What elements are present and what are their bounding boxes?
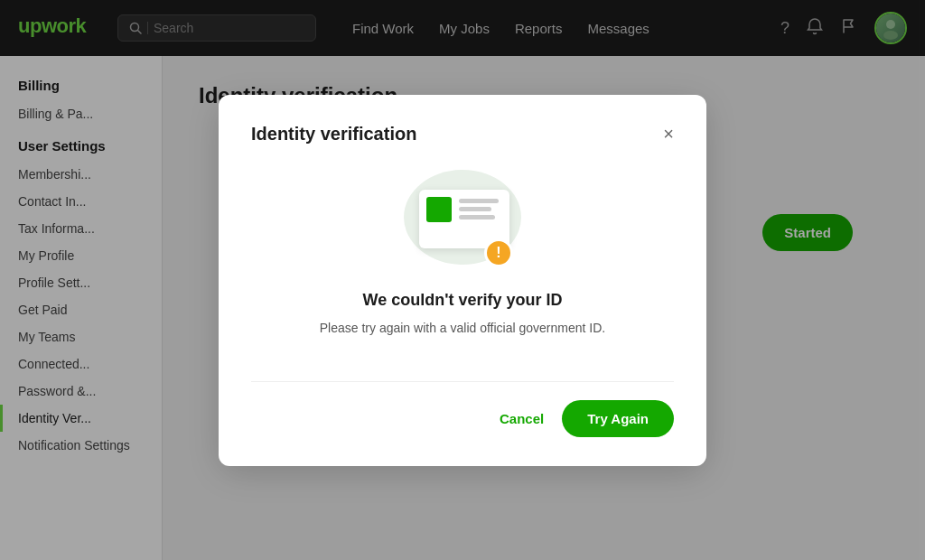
id-card-lines <box>459 197 499 219</box>
warning-badge: ! <box>484 238 513 267</box>
id-line-2 <box>459 207 491 211</box>
warning-icon: ! <box>496 246 500 260</box>
modal-body: ! We couldn't verify your ID Please try … <box>251 170 674 356</box>
modal-heading: We couldn't verify your ID <box>363 291 563 310</box>
id-line-3 <box>459 215 495 219</box>
modal-footer: Cancel Try Again <box>251 381 674 437</box>
modal-overlay[interactable]: Identity verification × ! We couldn <box>0 0 925 560</box>
identity-verification-modal: Identity verification × ! We couldn <box>219 95 706 466</box>
id-card-photo <box>426 197 452 222</box>
cancel-button[interactable]: Cancel <box>500 411 544 426</box>
modal-close-button[interactable]: × <box>663 125 674 143</box>
modal-title: Identity verification <box>251 124 416 145</box>
id-line-1 <box>459 199 499 203</box>
try-again-button[interactable]: Try Again <box>562 400 674 437</box>
modal-subtext: Please try again with a valid official g… <box>320 319 605 338</box>
modal-header: Identity verification × <box>251 124 674 145</box>
id-illustration: ! <box>399 170 526 269</box>
